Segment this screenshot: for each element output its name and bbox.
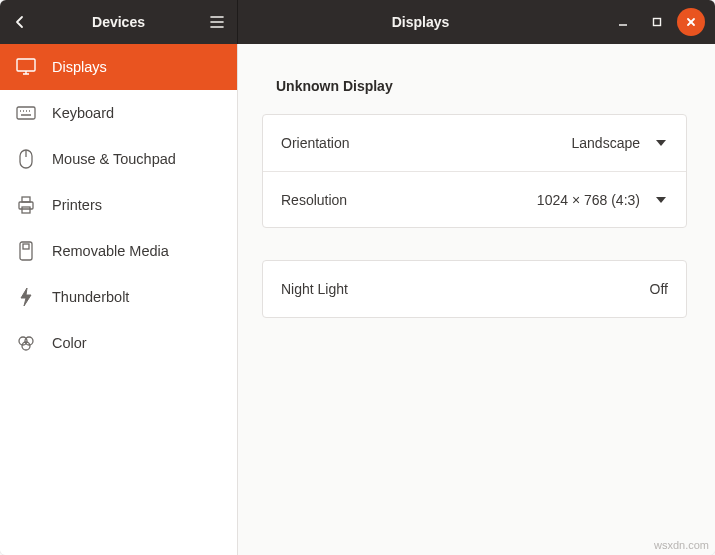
svg-marker-23 <box>21 288 31 306</box>
night-light-row[interactable]: Night Light Off <box>263 261 686 317</box>
sidebar-item-label: Color <box>52 335 87 351</box>
row-value: Off <box>650 281 668 297</box>
sidebar-item-label: Removable Media <box>52 243 169 259</box>
settings-window: Devices Displays <box>0 0 715 555</box>
sidebar-item-keyboard[interactable]: Keyboard <box>0 90 237 136</box>
close-button[interactable] <box>677 8 705 36</box>
resolution-row[interactable]: Resolution 1024 × 768 (4:3) <box>263 171 686 227</box>
chevron-left-icon <box>15 15 25 29</box>
sidebar-item-mouse[interactable]: Mouse & Touchpad <box>0 136 237 182</box>
orientation-row[interactable]: Orientation Landscape <box>263 115 686 171</box>
window-controls <box>603 0 715 44</box>
sidebar-item-displays[interactable]: Displays <box>0 44 237 90</box>
svg-marker-28 <box>656 197 666 203</box>
sidebar-item-thunderbolt[interactable]: Thunderbolt <box>0 274 237 320</box>
printer-icon <box>16 195 36 215</box>
titlebar-left-title: Devices <box>40 14 197 30</box>
sidebar-item-label: Printers <box>52 197 102 213</box>
row-value: Landscape <box>571 135 640 151</box>
titlebar-right: Displays <box>238 0 715 44</box>
row-label: Resolution <box>281 192 537 208</box>
sidebar-item-removable[interactable]: Removable Media <box>0 228 237 274</box>
svg-rect-19 <box>22 197 30 202</box>
svg-rect-4 <box>654 19 661 26</box>
content-pane: Unknown Display Orientation Landscape Re… <box>238 44 715 555</box>
row-value: 1024 × 768 (4:3) <box>537 192 640 208</box>
back-button[interactable] <box>0 0 40 44</box>
sidebar-item-label: Displays <box>52 59 107 75</box>
svg-rect-18 <box>19 202 33 209</box>
night-light-group: Night Light Off <box>262 260 687 318</box>
svg-rect-7 <box>17 59 35 71</box>
hamburger-icon <box>210 16 224 28</box>
minimize-button[interactable] <box>609 8 637 36</box>
sidebar: Displays Keyboard Mouse & Touchpad Print… <box>0 44 238 555</box>
titlebar: Devices Displays <box>0 0 715 44</box>
removable-media-icon <box>16 241 36 261</box>
sidebar-item-printers[interactable]: Printers <box>0 182 237 228</box>
svg-rect-10 <box>17 107 35 119</box>
sidebar-item-label: Keyboard <box>52 105 114 121</box>
thunderbolt-icon <box>16 287 36 307</box>
svg-marker-27 <box>656 140 666 146</box>
titlebar-left: Devices <box>0 0 238 44</box>
display-settings-group: Orientation Landscape Resolution 1024 × … <box>262 114 687 228</box>
section-title: Unknown Display <box>276 78 687 94</box>
sidebar-item-color[interactable]: Color <box>0 320 237 366</box>
display-icon <box>16 57 36 77</box>
svg-rect-20 <box>22 207 30 213</box>
svg-rect-22 <box>23 244 29 249</box>
window-body: Displays Keyboard Mouse & Touchpad Print… <box>0 44 715 555</box>
sidebar-item-label: Mouse & Touchpad <box>52 151 176 167</box>
close-icon <box>686 17 696 27</box>
hamburger-button[interactable] <box>197 0 237 44</box>
svg-rect-21 <box>20 242 32 260</box>
sidebar-item-label: Thunderbolt <box>52 289 129 305</box>
maximize-button[interactable] <box>643 8 671 36</box>
watermark: wsxdn.com <box>654 539 709 551</box>
color-icon <box>16 333 36 353</box>
row-label: Night Light <box>281 281 650 297</box>
row-label: Orientation <box>281 135 571 151</box>
minimize-icon <box>618 17 628 27</box>
maximize-icon <box>652 17 662 27</box>
chevron-down-icon <box>654 140 668 146</box>
titlebar-right-title: Displays <box>238 14 603 30</box>
mouse-icon <box>16 149 36 169</box>
keyboard-icon <box>16 103 36 123</box>
chevron-down-icon <box>654 197 668 203</box>
